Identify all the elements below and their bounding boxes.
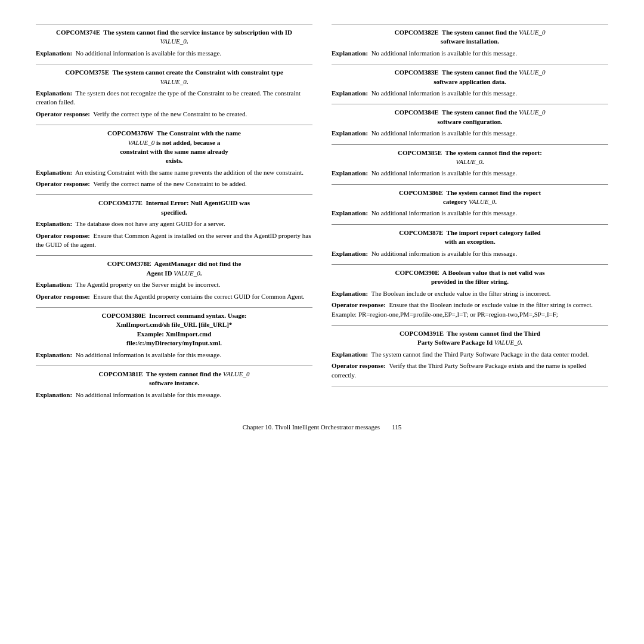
entry-title-COPCOM378E: COPCOM378E AgentManager did not find the… xyxy=(36,259,312,278)
heading-391E: The system cannot find the Third xyxy=(447,330,540,337)
operator-390E: Operator response: Ensure that the Boole… xyxy=(332,301,608,319)
operator-376W: Operator response: Verify the correct na… xyxy=(36,179,312,188)
code-375E: COPCOM375E xyxy=(65,69,109,76)
operator-378E: Operator response: Ensure that the Agent… xyxy=(36,292,312,301)
entry-title-COPCOM384E: COPCOM384E The system cannot find the VA… xyxy=(332,108,608,126)
italic-375E: VALUE_0 xyxy=(160,78,186,85)
period-386E: . xyxy=(495,198,497,205)
heading-385E: The system cannot find the report: xyxy=(445,149,542,156)
entry-title-COPCOM382E: COPCOM382E The system cannot find the VA… xyxy=(332,28,608,47)
heading2-380E: XmlImport.cmd/sh file_URL [file_URL]* xyxy=(116,321,233,328)
period-391E: . xyxy=(521,339,522,346)
heading2-376W: is not added, because a xyxy=(156,139,220,146)
code-380E: COPCOM380E xyxy=(101,312,145,319)
heading3-376W: constraint with the same name already xyxy=(120,148,228,155)
explanation-374E: Explanation: No additional information i… xyxy=(36,49,312,58)
italic-378E: VALUE_0 xyxy=(174,270,200,277)
explanation-377E: Explanation: The database does not have … xyxy=(36,219,312,228)
end-rule xyxy=(332,386,608,386)
code-378E: COPCOM378E xyxy=(107,260,151,267)
heading2-384E: software configuration. xyxy=(437,118,502,125)
heading2-378E: Agent ID xyxy=(147,270,174,277)
code-383E: COPCOM383E xyxy=(395,69,439,76)
entry-title-COPCOM381E: COPCOM381E The system cannot find the VA… xyxy=(36,370,312,388)
entry-COPCOM380E: COPCOM380E Incorrect command syntax. Usa… xyxy=(36,307,312,360)
heading-374E: The system cannot find the service insta… xyxy=(103,29,292,36)
entry-COPCOM383E: COPCOM383E The system cannot find the VA… xyxy=(332,64,608,98)
code-386E: COPCOM386E xyxy=(399,189,443,196)
code-390E: COPCOM390E xyxy=(395,269,439,276)
heading4-376W: exists. xyxy=(166,157,182,164)
heading-384E: The system cannot find the xyxy=(442,109,519,116)
code-381E: COPCOM381E xyxy=(99,370,143,377)
explanation-387E: Explanation: No additional information i… xyxy=(332,249,608,258)
explanation-386E: Explanation: No additional information i… xyxy=(332,209,608,218)
entry-COPCOM377E: COPCOM377E Internal Error: Null AgentGUI… xyxy=(36,194,312,249)
entry-title-COPCOM383E: COPCOM383E The system cannot find the VA… xyxy=(332,68,608,86)
entry-COPCOM381E: COPCOM381E The system cannot find the VA… xyxy=(36,366,312,400)
period-374E: . xyxy=(187,38,188,45)
entry-COPCOM374E: COPCOM374E The system cannot find the se… xyxy=(36,24,312,58)
period-378E: . xyxy=(200,270,202,277)
footer-page: 115 xyxy=(392,423,401,431)
heading2-391E: Party Software Package Id xyxy=(417,339,494,346)
code-384E: COPCOM384E xyxy=(395,109,439,116)
left-column: COPCOM374E The system cannot find the se… xyxy=(36,24,312,405)
operator-377E: Operator response: Ensure that Common Ag… xyxy=(36,231,312,250)
entry-title-COPCOM385E: COPCOM385E The system cannot find the re… xyxy=(332,148,608,167)
entry-COPCOM382E: COPCOM382E The system cannot find the VA… xyxy=(332,24,608,58)
entry-COPCOM387E: COPCOM387E The import report category fa… xyxy=(332,224,608,258)
entry-COPCOM386E: COPCOM386E The system cannot find the re… xyxy=(332,184,608,218)
entry-COPCOM375E: COPCOM375E The system cannot create the … xyxy=(36,64,312,119)
entry-COPCOM390E: COPCOM390E A Boolean value that is not v… xyxy=(332,264,608,319)
heading2-386E: category xyxy=(443,198,469,205)
entry-title-COPCOM391E: COPCOM391E The system cannot find the Th… xyxy=(332,329,608,348)
entry-COPCOM378E: COPCOM378E AgentManager did not find the… xyxy=(36,255,312,301)
entry-COPCOM384E: COPCOM384E The system cannot find the VA… xyxy=(332,104,608,138)
heading-390E: A Boolean value that is not valid was xyxy=(442,269,544,276)
explanation-384E: Explanation: No additional information i… xyxy=(332,129,608,138)
entry-title-COPCOM386E: COPCOM386E The system cannot find the re… xyxy=(332,188,608,207)
period-385E: . xyxy=(482,158,484,165)
explanation-391E: Explanation: The system cannot find the … xyxy=(332,350,608,359)
heading4-380E: file:/c:/myDirectory/myInput.xml. xyxy=(126,339,222,346)
heading2-387E: with an exception. xyxy=(444,238,495,245)
heading-381E: The system cannot find the xyxy=(146,370,223,377)
heading-377E: Internal Error: Null AgentGUID was xyxy=(145,199,250,206)
heading-375E: The system cannot create the Constraint … xyxy=(112,69,283,76)
italic-381E: VALUE_0 xyxy=(223,370,249,377)
code-387E: COPCOM387E xyxy=(399,229,443,236)
page-layout: COPCOM374E The system cannot find the se… xyxy=(36,24,608,405)
italic-385E: VALUE_0 xyxy=(456,158,482,165)
code-376W: COPCOM376W xyxy=(107,129,153,137)
italic-382E: VALUE_0 xyxy=(519,29,545,36)
heading-380E: Incorrect command syntax. Usage: xyxy=(149,312,247,319)
entry-title-COPCOM377E: COPCOM377E Internal Error: Null AgentGUI… xyxy=(36,199,312,217)
heading2-382E: software installation. xyxy=(441,38,499,45)
footer: Chapter 10. Tivoli Intelligent Orchestra… xyxy=(36,423,608,431)
heading-382E: The system cannot find the xyxy=(442,29,519,36)
explanation-390E: Explanation: The Boolean include or excl… xyxy=(332,289,608,298)
code-385E: COPCOM385E xyxy=(398,149,442,156)
code-377E: COPCOM377E xyxy=(98,199,143,206)
italic-383E: VALUE_0 xyxy=(519,69,545,76)
explanation-382E: Explanation: No additional information i… xyxy=(332,49,608,58)
italic-386E: VALUE_0 xyxy=(469,198,495,205)
entry-title-COPCOM380E: COPCOM380E Incorrect command syntax. Usa… xyxy=(36,311,312,348)
entry-title-COPCOM375E: COPCOM375E The system cannot create the … xyxy=(36,68,312,86)
entry-title-COPCOM387E: COPCOM387E The import report category fa… xyxy=(332,228,608,247)
heading2-377E: specified. xyxy=(161,209,187,216)
italic-376W: VALUE_0 xyxy=(128,139,154,146)
operator-375E: Operator response: Verify the correct ty… xyxy=(36,110,312,119)
entry-COPCOM391E: COPCOM391E The system cannot find the Th… xyxy=(332,325,608,380)
entry-COPCOM385E: COPCOM385E The system cannot find the re… xyxy=(332,144,608,178)
explanation-376W: Explanation: An existing Constraint with… xyxy=(36,168,312,177)
footer-chapter: Chapter 10. Tivoli Intelligent Orchestra… xyxy=(243,423,380,431)
entry-title-COPCOM390E: COPCOM390E A Boolean value that is not v… xyxy=(332,268,608,287)
italic-391E: VALUE_0 xyxy=(494,339,521,346)
explanation-375E: Explanation: The system does not recogni… xyxy=(36,89,312,107)
operator-391E: Operator response: Verify that the Third… xyxy=(332,361,608,380)
heading2-383E: software application data. xyxy=(434,78,506,85)
period-375E: . xyxy=(187,78,188,85)
entry-title-COPCOM374E: COPCOM374E The system cannot find the se… xyxy=(36,28,312,47)
